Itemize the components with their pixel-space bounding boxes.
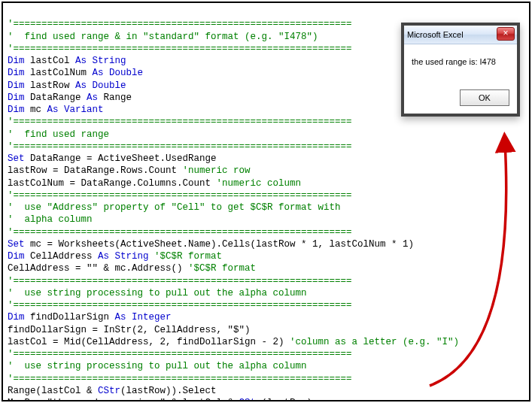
dialog-message: the used range is: I478 xyxy=(412,57,496,66)
dialog-body: the used range is: I478 xyxy=(404,44,517,83)
comment-header: ' find used range & in "standard" format… xyxy=(8,32,318,42)
divider: '=======================================… xyxy=(8,227,352,238)
dialog-title: Microsoft Excel xyxy=(407,29,464,40)
close-icon[interactable]: × xyxy=(497,27,515,41)
divider: '=======================================… xyxy=(8,190,352,201)
divider: '=======================================… xyxy=(8,141,352,152)
dialog-titlebar[interactable]: Microsoft Excel × xyxy=(404,26,517,44)
divider: '=======================================… xyxy=(8,349,352,359)
ok-button[interactable]: OK xyxy=(460,89,509,106)
screenshot-frame: '=======================================… xyxy=(2,2,530,401)
kw-dim: Dim xyxy=(8,56,25,66)
divider: '=======================================… xyxy=(8,117,352,127)
dialog-button-row: OK xyxy=(404,83,517,114)
divider: '=======================================… xyxy=(8,374,352,384)
divider: '=======================================… xyxy=(8,19,352,29)
msgbox-dialog: Microsoft Excel × the used range is: I47… xyxy=(401,23,520,117)
divider: '=======================================… xyxy=(8,44,352,54)
divider: '=======================================… xyxy=(8,276,352,286)
comment-find-range: ' find used range xyxy=(8,129,109,140)
divider: '=======================================… xyxy=(8,300,352,311)
